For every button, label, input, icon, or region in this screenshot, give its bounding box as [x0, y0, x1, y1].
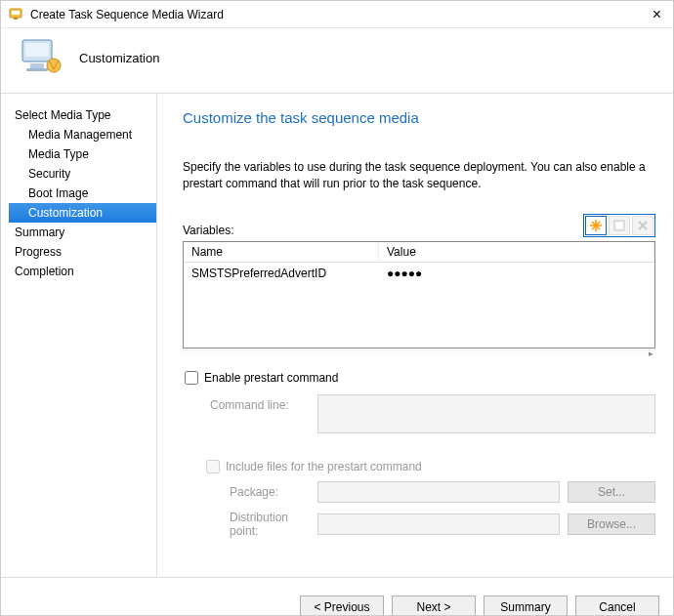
next-button[interactable]: Next > [392, 595, 476, 617]
set-button: Set... [568, 481, 655, 503]
wizard-header: Customization [1, 28, 673, 94]
summary-button[interactable]: Summary [484, 595, 568, 617]
include-files-row: Include files for the prestart command [183, 460, 655, 473]
title-bar: Create Task Sequence Media Wizard × [1, 1, 673, 28]
prestart-form: Command line: Include files for the pres… [183, 394, 655, 538]
page-title: Customization [79, 51, 159, 65]
variable-toolbar [583, 214, 655, 237]
sidebar: Select Media Type Media Management Media… [1, 94, 157, 577]
window-title: Create Task Sequence Media Wizard [30, 8, 649, 21]
main-panel: Customize the task sequence media Specif… [157, 94, 673, 577]
svg-rect-5 [30, 63, 44, 68]
enable-prestart-row[interactable]: Enable prestart command [183, 371, 655, 385]
new-variable-icon[interactable] [585, 216, 607, 235]
sidebar-item-summary[interactable]: Summary [9, 223, 156, 242]
command-line-label: Command line: [183, 394, 310, 412]
sidebar-item-progress[interactable]: Progress [9, 242, 156, 262]
sidebar-item-select-media-type[interactable]: Select Media Type [9, 105, 156, 125]
cancel-button[interactable]: Cancel [575, 595, 659, 617]
svg-rect-13 [616, 223, 622, 228]
variables-label: Variables: [183, 224, 583, 237]
include-files-label: Include files for the prestart command [226, 460, 422, 473]
table-scroll-hint: ▸ [183, 349, 655, 355]
delete-variable-icon [632, 216, 653, 235]
sidebar-item-security[interactable]: Security [9, 164, 156, 184]
page-description: Specify the variables to use during the … [183, 159, 655, 192]
table-row[interactable]: SMSTSPreferredAdvertID ●●●●● [184, 263, 654, 284]
svg-rect-4 [25, 43, 49, 57]
table-header: Name Value [184, 242, 654, 263]
column-name[interactable]: Name [184, 242, 379, 262]
include-files-checkbox [206, 460, 220, 473]
previous-button[interactable]: < Previous [300, 595, 384, 617]
cell-value: ●●●●● [379, 265, 654, 282]
browse-button: Browse... [568, 513, 655, 535]
app-icon [9, 7, 24, 22]
svg-rect-1 [12, 11, 20, 15]
package-input [317, 481, 560, 503]
command-line-input [317, 394, 655, 433]
sidebar-item-boot-image[interactable]: Boot Image [9, 184, 156, 203]
package-label: Package: [183, 485, 310, 499]
wizard-footer: < Previous Next > Summary Cancel [1, 577, 673, 616]
variables-header-row: Variables: [183, 214, 655, 237]
sidebar-item-media-management[interactable]: Media Management [9, 125, 156, 144]
wizard-icon [17, 36, 63, 79]
distribution-point-input [317, 513, 560, 535]
variables-table[interactable]: Name Value SMSTSPreferredAdvertID ●●●●● [183, 241, 655, 349]
sidebar-item-completion[interactable]: Completion [9, 262, 156, 281]
close-icon[interactable]: × [649, 6, 665, 23]
svg-rect-6 [26, 68, 48, 71]
distribution-point-label: Distribution point: [183, 511, 310, 538]
column-value[interactable]: Value [379, 242, 654, 262]
svg-rect-2 [14, 18, 18, 20]
cell-name: SMSTSPreferredAdvertID [184, 265, 379, 282]
wizard-body: Select Media Type Media Management Media… [1, 94, 673, 577]
enable-prestart-checkbox[interactable] [185, 371, 198, 385]
page-heading: Customize the task sequence media [183, 109, 655, 126]
sidebar-item-media-type[interactable]: Media Type [9, 144, 156, 164]
sidebar-item-customization[interactable]: Customization [9, 203, 156, 223]
edit-variable-icon [609, 216, 630, 235]
enable-prestart-label: Enable prestart command [204, 371, 338, 385]
